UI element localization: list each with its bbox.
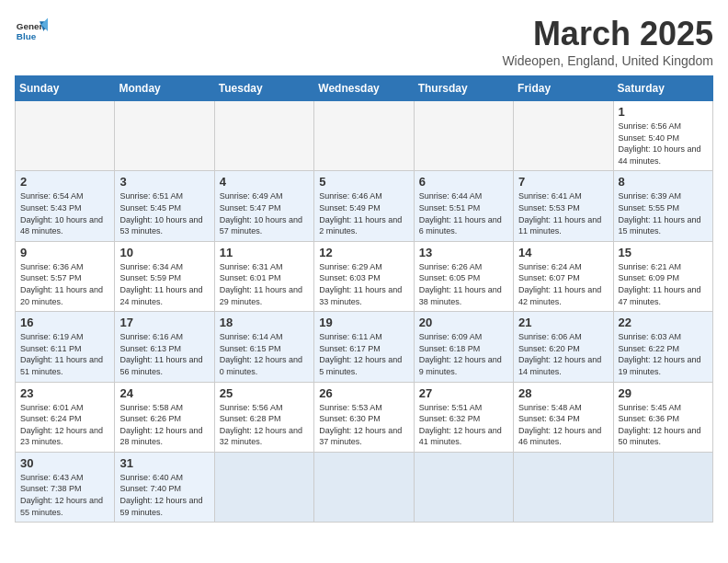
calendar-day-cell: 20Sunrise: 6:09 AM Sunset: 6:18 PM Dayli… [414,312,513,382]
day-info: Sunrise: 5:58 AM Sunset: 6:26 PM Dayligh… [119,402,209,448]
calendar-day-cell: 15Sunrise: 6:21 AM Sunset: 6:09 PM Dayli… [613,241,712,311]
calendar-day-cell [414,101,513,171]
calendar-day-cell: 22Sunrise: 6:03 AM Sunset: 6:22 PM Dayli… [613,312,712,382]
day-number: 12 [319,246,408,259]
weekday-header-sunday: Sunday [16,76,115,101]
calendar-day-cell: 1Sunrise: 6:56 AM Sunset: 5:40 PM Daylig… [613,101,712,171]
day-number: 20 [419,316,508,329]
day-number: 26 [319,386,408,400]
day-number: 25 [220,386,309,400]
weekday-header-wednesday: Wednesday [314,76,414,101]
logo: General Blue [15,15,48,48]
weekday-header-thursday: Thursday [414,76,513,101]
day-info: Sunrise: 6:01 AM Sunset: 6:24 PM Dayligh… [20,402,109,448]
day-number: 7 [518,175,608,189]
day-number: 6 [419,175,508,189]
day-info: Sunrise: 6:54 AM Sunset: 5:43 PM Dayligh… [20,190,109,236]
day-number: 18 [220,316,309,329]
calendar-day-cell [514,101,613,171]
weekday-header-saturday: Saturday [613,76,712,101]
day-number: 9 [20,246,109,259]
day-info: Sunrise: 6:40 AM Sunset: 7:40 PM Dayligh… [119,472,209,518]
calendar-day-cell [613,452,712,522]
calendar-day-cell: 19Sunrise: 6:11 AM Sunset: 6:17 PM Dayli… [314,312,414,382]
day-number: 1 [619,105,708,119]
day-info: Sunrise: 5:45 AM Sunset: 6:36 PM Dayligh… [619,402,708,448]
calendar-day-cell: 31Sunrise: 6:40 AM Sunset: 7:40 PM Dayli… [115,452,214,522]
day-info: Sunrise: 6:39 AM Sunset: 5:55 PM Dayligh… [619,190,708,236]
day-number: 28 [518,386,608,400]
day-info: Sunrise: 6:41 AM Sunset: 5:53 PM Dayligh… [518,190,608,236]
calendar-day-cell: 25Sunrise: 5:56 AM Sunset: 6:28 PM Dayli… [214,382,313,452]
weekday-header-friday: Friday [514,76,613,101]
calendar-day-cell: 21Sunrise: 6:06 AM Sunset: 6:20 PM Dayli… [514,312,613,382]
calendar-week-row: 16Sunrise: 6:19 AM Sunset: 6:11 PM Dayli… [16,312,713,382]
calendar-day-cell: 24Sunrise: 5:58 AM Sunset: 6:26 PM Dayli… [115,382,214,452]
calendar-week-row: 9Sunrise: 6:36 AM Sunset: 5:57 PM Daylig… [16,241,713,311]
day-number: 27 [419,386,508,400]
day-number: 19 [319,316,408,329]
calendar-day-cell: 12Sunrise: 6:29 AM Sunset: 6:03 PM Dayli… [314,241,414,311]
calendar-day-cell: 11Sunrise: 6:31 AM Sunset: 6:01 PM Dayli… [214,241,313,311]
day-number: 10 [119,246,209,259]
location: Wideopen, England, United Kingdom [502,53,713,68]
day-number: 8 [619,175,708,189]
title-block: March 2025 Wideopen, England, United Kin… [502,15,713,68]
day-info: Sunrise: 6:03 AM Sunset: 6:22 PM Dayligh… [619,331,708,377]
day-info: Sunrise: 6:14 AM Sunset: 6:15 PM Dayligh… [220,331,309,377]
day-number: 13 [419,246,508,259]
day-info: Sunrise: 6:16 AM Sunset: 6:13 PM Dayligh… [119,331,209,377]
day-info: Sunrise: 6:34 AM Sunset: 5:59 PM Dayligh… [119,261,209,307]
calendar-day-cell: 16Sunrise: 6:19 AM Sunset: 6:11 PM Dayli… [16,312,115,382]
day-info: Sunrise: 5:56 AM Sunset: 6:28 PM Dayligh… [220,402,309,448]
day-number: 4 [220,175,309,189]
calendar-week-row: 30Sunrise: 6:43 AM Sunset: 7:38 PM Dayli… [16,452,713,522]
day-number: 30 [20,456,109,470]
calendar-day-cell [214,452,313,522]
day-info: Sunrise: 6:21 AM Sunset: 6:09 PM Dayligh… [619,261,708,307]
calendar-day-cell [514,452,613,522]
day-info: Sunrise: 6:43 AM Sunset: 7:38 PM Dayligh… [20,472,109,518]
calendar-day-cell [115,101,214,171]
day-number: 22 [619,316,708,329]
day-info: Sunrise: 6:11 AM Sunset: 6:17 PM Dayligh… [319,331,408,377]
calendar-week-row: 23Sunrise: 6:01 AM Sunset: 6:24 PM Dayli… [16,382,713,452]
day-info: Sunrise: 6:06 AM Sunset: 6:20 PM Dayligh… [518,331,608,377]
calendar-day-cell: 5Sunrise: 6:46 AM Sunset: 5:49 PM Daylig… [314,171,414,241]
day-info: Sunrise: 6:56 AM Sunset: 5:40 PM Dayligh… [619,121,708,167]
calendar-day-cell [314,452,414,522]
day-info: Sunrise: 6:19 AM Sunset: 6:11 PM Dayligh… [20,331,109,377]
calendar-day-cell: 3Sunrise: 6:51 AM Sunset: 5:45 PM Daylig… [115,171,214,241]
calendar-week-row: 2Sunrise: 6:54 AM Sunset: 5:43 PM Daylig… [16,171,713,241]
day-info: Sunrise: 6:24 AM Sunset: 6:07 PM Dayligh… [518,261,608,307]
day-number: 14 [518,246,608,259]
calendar-day-cell: 17Sunrise: 6:16 AM Sunset: 6:13 PM Dayli… [115,312,214,382]
day-info: Sunrise: 5:51 AM Sunset: 6:32 PM Dayligh… [419,402,508,448]
day-info: Sunrise: 5:53 AM Sunset: 6:30 PM Dayligh… [319,402,408,448]
day-number: 2 [20,175,109,189]
calendar-day-cell [414,452,513,522]
day-info: Sunrise: 6:29 AM Sunset: 6:03 PM Dayligh… [319,261,408,307]
day-number: 29 [619,386,708,400]
weekday-header-row: SundayMondayTuesdayWednesdayThursdayFrid… [16,76,713,101]
page-header: General Blue March 2025 Wideopen, Englan… [15,15,713,68]
day-info: Sunrise: 6:31 AM Sunset: 6:01 PM Dayligh… [220,261,309,307]
day-number: 16 [20,316,109,329]
day-info: Sunrise: 6:26 AM Sunset: 6:05 PM Dayligh… [419,261,508,307]
day-number: 24 [119,386,209,400]
day-number: 23 [20,386,109,400]
calendar-day-cell: 8Sunrise: 6:39 AM Sunset: 5:55 PM Daylig… [613,171,712,241]
calendar-day-cell: 10Sunrise: 6:34 AM Sunset: 5:59 PM Dayli… [115,241,214,311]
day-number: 31 [119,456,209,470]
calendar-day-cell: 6Sunrise: 6:44 AM Sunset: 5:51 PM Daylig… [414,171,513,241]
day-number: 5 [319,175,408,189]
calendar-day-cell: 29Sunrise: 5:45 AM Sunset: 6:36 PM Dayli… [613,382,712,452]
day-info: Sunrise: 6:09 AM Sunset: 6:18 PM Dayligh… [419,331,508,377]
day-number: 3 [119,175,209,189]
calendar-day-cell: 2Sunrise: 6:54 AM Sunset: 5:43 PM Daylig… [16,171,115,241]
day-info: Sunrise: 5:48 AM Sunset: 6:34 PM Dayligh… [518,402,608,448]
day-number: 21 [518,316,608,329]
day-number: 11 [220,246,309,259]
day-number: 17 [119,316,209,329]
calendar-day-cell [16,101,115,171]
